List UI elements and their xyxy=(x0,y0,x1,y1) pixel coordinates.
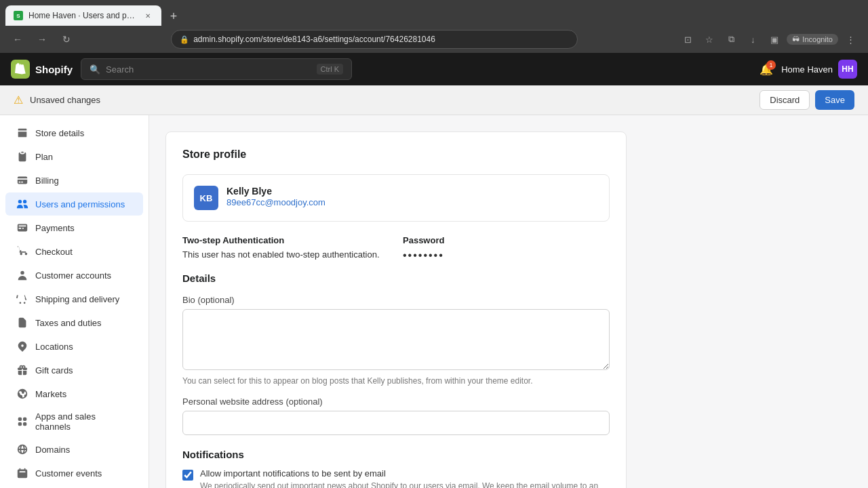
lock-icon: 🔒 xyxy=(180,35,189,44)
store-name: Home Haven xyxy=(781,64,833,75)
sidebar-item-label: Markets xyxy=(35,389,66,399)
extensions-icon[interactable]: ⧉ xyxy=(722,30,741,49)
bio-hint: You can select for this to appear on blo… xyxy=(182,376,610,386)
shopify-logo-icon xyxy=(11,60,30,79)
shopify-topbar: Shopify 🔍 Search Ctrl K 🔔 1 Home Haven H… xyxy=(0,53,868,85)
sidebar-item-locations[interactable]: Locations xyxy=(5,335,143,358)
details-section: Details Bio (optional) You can select fo… xyxy=(182,272,610,435)
notifications-section: Notifications Allow important notificati… xyxy=(182,449,610,488)
sidebar-item-label: Users and permissions xyxy=(35,199,125,209)
sidebar-item-users-permissions[interactable]: Users and permissions xyxy=(5,192,143,216)
shopify-logo[interactable]: Shopify xyxy=(11,60,73,79)
sidebar-item-apps-channels[interactable]: Apps and sales channels xyxy=(5,406,143,437)
sidebar-item-taxes-duties[interactable]: Taxes and duties xyxy=(5,311,143,334)
warning-icon: ⚠ xyxy=(14,94,23,106)
incognito-label: Incognito xyxy=(802,35,833,43)
two-step-auth-label: Two-step Authentication xyxy=(182,235,389,245)
tab-title: Home Haven · Users and permi... xyxy=(28,11,137,20)
store-avatar: HH xyxy=(838,60,857,79)
markets-icon xyxy=(16,388,28,400)
app-body: Shopify 🔍 Search Ctrl K 🔔 1 Home Haven H… xyxy=(0,53,868,488)
bar-actions: Discard Save xyxy=(760,90,854,110)
section-title: Store profile xyxy=(182,148,610,161)
sidebar-item-label: Billing xyxy=(35,176,59,186)
menu-icon[interactable]: ⋮ xyxy=(841,30,860,49)
address-bar[interactable]: 🔒 admin.shopify.com/store/de8143-a6/sett… xyxy=(171,30,578,49)
auth-col-password: Password •••••••• xyxy=(403,235,610,262)
checkbox-content: Allow important notifications to be sent… xyxy=(200,468,610,488)
sidebar-item-label: Customer accounts xyxy=(35,270,111,281)
cast-icon[interactable]: ⊡ xyxy=(678,30,697,49)
checkbox-label: Allow important notifications to be sent… xyxy=(200,468,610,479)
sidebar-item-markets[interactable]: Markets xyxy=(5,382,143,405)
sidebar-item-label: Customer events xyxy=(35,468,102,479)
sidebar-item-gift-cards[interactable]: Gift cards xyxy=(5,359,143,382)
notification-button[interactable]: 🔔 1 xyxy=(760,63,773,76)
sidebar-item-label: Shipping and delivery xyxy=(35,294,119,304)
new-tab-button[interactable]: + xyxy=(164,7,183,26)
store-details-icon xyxy=(16,127,28,139)
user-name: Kelly Blye xyxy=(226,186,326,197)
notifications-title: Notifications xyxy=(182,449,610,460)
user-info: Kelly Blye 89ee67cc@moodjoy.com xyxy=(226,186,326,207)
save-button[interactable]: Save xyxy=(815,90,854,110)
user-avatar: KB xyxy=(194,186,218,210)
active-tab[interactable]: S Home Haven · Users and permi... ✕ xyxy=(5,5,161,26)
refresh-button[interactable]: ↻ xyxy=(57,30,76,49)
unsaved-text: Unsaved changes xyxy=(30,95,100,105)
plan-icon xyxy=(16,150,28,163)
sidebar-item-label: Domains xyxy=(35,445,70,455)
sidebar-item-customer-accounts[interactable]: Customer accounts xyxy=(5,264,143,287)
locations-icon xyxy=(16,340,28,352)
apps-icon xyxy=(16,415,28,428)
shipping-icon xyxy=(16,293,28,305)
details-title: Details xyxy=(182,272,610,284)
search-placeholder: Search xyxy=(106,64,134,75)
sidebar-item-plan[interactable]: Plan xyxy=(5,145,143,168)
billing-icon xyxy=(16,174,28,186)
bio-textarea[interactable] xyxy=(182,309,610,370)
sidebar-item-label: Checkout xyxy=(35,247,73,257)
address-text: admin.shopify.com/store/de8143-a6/settin… xyxy=(193,35,435,44)
checkout-icon xyxy=(16,245,28,258)
download-icon[interactable]: ↓ xyxy=(743,30,762,49)
customer-accounts-icon xyxy=(16,269,28,281)
forward-button[interactable]: → xyxy=(33,30,52,49)
sidebar-item-label: Payments xyxy=(35,223,75,233)
sidebar-icon[interactable]: ▣ xyxy=(765,30,784,49)
browser-actions: ⊡ ☆ ⧉ ↓ ▣ 🕶 Incognito ⋮ xyxy=(678,30,860,49)
taxes-icon xyxy=(16,317,28,329)
browser-toolbar: ← → ↻ 🔒 admin.shopify.com/store/de8143-a… xyxy=(0,26,868,53)
notification-checkbox-row: Allow important notifications to be sent… xyxy=(182,468,610,488)
shopify-logo-text: Shopify xyxy=(35,64,73,75)
website-label: Personal website address (optional) xyxy=(182,396,610,407)
sidebar: Store details Plan Billing Users and per… xyxy=(0,115,149,488)
sidebar-item-payments[interactable]: Payments xyxy=(5,216,143,239)
user-email[interactable]: 89ee67cc@moodjoy.com xyxy=(226,197,326,207)
tab-close-button[interactable]: ✕ xyxy=(142,10,153,21)
search-shortcut: Ctrl K xyxy=(317,64,344,75)
content-area: Store profile KB Kelly Blye 89ee67cc@moo… xyxy=(149,115,868,488)
bookmark-icon[interactable]: ☆ xyxy=(700,30,719,49)
discard-button[interactable]: Discard xyxy=(760,90,810,110)
bio-label: Bio (optional) xyxy=(182,295,610,305)
sidebar-item-billing[interactable]: Billing xyxy=(5,169,143,192)
sidebar-item-domains[interactable]: Domains xyxy=(5,438,143,461)
checkbox-desc: We periodically send out important news … xyxy=(200,481,610,488)
website-input[interactable] xyxy=(182,411,610,435)
main-layout: Store details Plan Billing Users and per… xyxy=(0,115,868,488)
sidebar-item-customer-events[interactable]: Customer events xyxy=(5,462,143,485)
password-value: •••••••• xyxy=(403,249,610,262)
search-bar[interactable]: 🔍 Search Ctrl K xyxy=(81,58,352,80)
sidebar-item-checkout[interactable]: Checkout xyxy=(5,240,143,263)
browser-tab-bar: S Home Haven · Users and permi... ✕ + xyxy=(0,0,868,26)
auth-row: Two-step Authentication This user has no… xyxy=(182,235,610,262)
sidebar-item-store-details[interactable]: Store details xyxy=(5,121,143,144)
back-button[interactable]: ← xyxy=(8,30,27,49)
notification-checkbox[interactable] xyxy=(182,470,193,481)
store-badge[interactable]: Home Haven HH xyxy=(781,60,857,79)
sidebar-item-label: Locations xyxy=(35,342,73,352)
search-icon: 🔍 xyxy=(90,64,100,75)
sidebar-item-shipping-delivery[interactable]: Shipping and delivery xyxy=(5,287,143,310)
sidebar-item-brand[interactable]: Brand xyxy=(5,485,143,488)
